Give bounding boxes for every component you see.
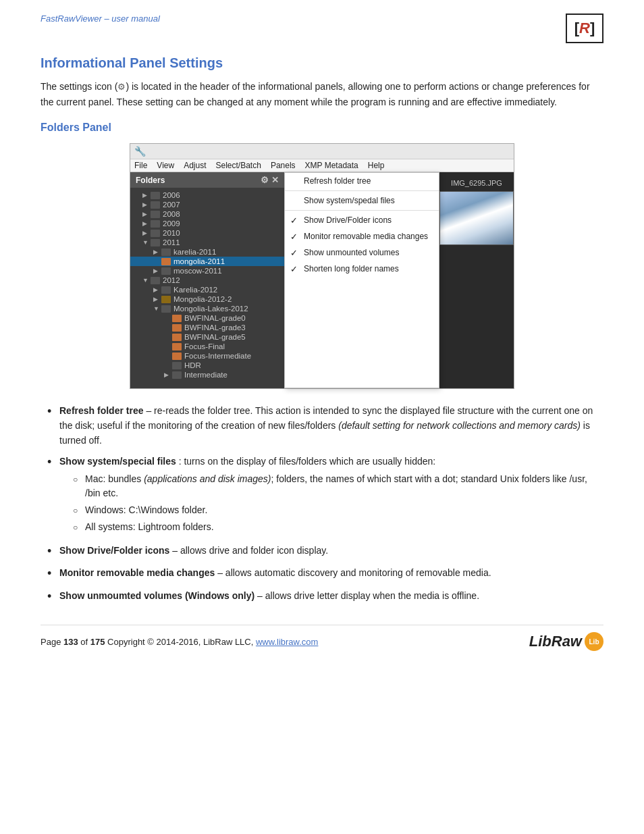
tree-arrow: ▶ [153, 296, 161, 303]
folder-label: moscow-2011 [173, 267, 222, 275]
folder-icon [161, 249, 171, 256]
context-menu[interactable]: Refresh folder tree Show system/spedal f… [284, 172, 439, 388]
tree-item[interactable]: ▼ Mongolia-Lakes-2012 [130, 304, 284, 313]
tree-item[interactable]: BWFINAL-grade3 [130, 323, 284, 332]
tree-item[interactable]: Focus-Intermediate [130, 351, 284, 361]
ctx-unmounted[interactable]: ✓ Show unmounted volumes [285, 244, 439, 261]
bullet-content: Monitor removable media changes – allows… [59, 566, 603, 581]
tree-arrow: ▼ [153, 305, 161, 312]
folder-icon [161, 286, 171, 294]
ctx-label: Show unmounted volumes [304, 248, 399, 257]
bullet-content: Show unmoumted volumes (Windows only) – … [59, 589, 603, 604]
tree-arrow: ▼ [142, 277, 151, 284]
menubar[interactable]: File View Adjust Select/Batch Panels XMP… [130, 159, 514, 172]
bullet-bold: Show Drive/Folder icons [59, 545, 169, 556]
tree-arrow: ▶ [164, 371, 172, 378]
tree-item[interactable]: ▶ 2009 [130, 219, 284, 228]
footer-logo-text: LibRaw [529, 633, 582, 650]
tree-arrow: ▶ [142, 192, 151, 199]
tree-item[interactable]: ▶ 2008 [130, 209, 284, 219]
sub-bullet-text: Windows: C:\Windows folder. [85, 503, 207, 517]
tree-item[interactable]: ▶ Mongolia-2012-2 [130, 294, 284, 304]
folder-icon [161, 267, 171, 275]
ctx-system-files[interactable]: Show system/spedal files [285, 192, 439, 209]
tree-item[interactable]: mongolia-2011 [130, 257, 284, 266]
tree-item[interactable]: BWFINAL-grade5 [130, 332, 284, 342]
tree-item[interactable]: HDR [130, 361, 284, 370]
tree-item[interactable]: ▶ karelia-2011 [130, 247, 284, 257]
image-preview-panel: IMG_6295.JPG [439, 172, 514, 388]
tree-item[interactable]: ▼ 2012 [130, 276, 284, 285]
footer-badge: Lib [585, 632, 603, 651]
menu-file[interactable]: File [134, 161, 147, 170]
ctx-label: Refresh folder tree [304, 176, 371, 186]
footer-logo: LibRaw Lib [529, 632, 603, 651]
ctx-divider [285, 210, 439, 211]
image-preview [439, 191, 514, 245]
tree-item[interactable]: Focus-Final [130, 342, 284, 351]
list-item: • Monitor removable media changes – allo… [47, 566, 603, 581]
tree-item[interactable]: ▶ 2007 [130, 200, 284, 209]
folder-icon [161, 296, 171, 303]
tree-item[interactable]: ▼ 2011 [130, 238, 284, 247]
feature-list: • Refresh folder tree – re-reads the fol… [47, 404, 603, 604]
menu-view[interactable]: View [157, 161, 174, 170]
ctx-shorten[interactable]: ✓ Shorten long folder names [285, 261, 439, 277]
footer-link[interactable]: www.libraw.com [256, 637, 318, 647]
folder-tree[interactable]: ▶ 2006 ▶ 2007 ▶ 2008 ▶ 2009 [130, 188, 284, 388]
gear-icon[interactable]: ⚙ [261, 175, 269, 185]
bullet-dot: • [47, 454, 59, 537]
bullet-text: – allows drive and folder icon display. [172, 545, 328, 556]
sub-bullet-dot: ○ [73, 504, 85, 517]
folder-icon [161, 258, 171, 265]
tree-arrow: ▶ [153, 267, 161, 274]
ctx-divider [285, 190, 439, 191]
folders-controls[interactable]: ⚙ ✕ [261, 175, 279, 185]
folder-label: 2012 [163, 276, 180, 284]
bullet-bold: Show system/special files [59, 456, 176, 467]
ctx-drive-icons[interactable]: ✓ Show Drive/Folder icons [285, 212, 439, 228]
ctx-label: Shorten long folder names [304, 264, 399, 273]
titlebar: 🔧 [130, 144, 514, 159]
ctx-refresh[interactable]: Refresh folder tree [285, 173, 439, 189]
ctx-label: Show Drive/Folder icons [304, 215, 392, 225]
list-item: • Show unmoumted volumes (Windows only) … [47, 589, 603, 604]
tree-arrow: ▶ [142, 230, 151, 236]
menu-help[interactable]: Help [368, 161, 385, 170]
menu-panels[interactable]: Panels [271, 161, 296, 170]
folder-label: Mongolia-Lakes-2012 [173, 305, 248, 313]
tree-item[interactable]: ▶ Intermediate [130, 370, 284, 380]
tree-item[interactable]: ▶ 2006 [130, 190, 284, 200]
tree-item[interactable]: ▶ moscow-2011 [130, 266, 284, 276]
folders-label: Folders [136, 176, 165, 185]
close-icon[interactable]: ✕ [271, 175, 279, 185]
tree-item[interactable]: BWFINAL-grade0 [130, 313, 284, 323]
page-footer: Page 133 of 175 Copyright © 2014-2016, L… [41, 625, 603, 651]
tree-item[interactable]: ▶ 2010 [130, 228, 284, 238]
tree-arrow: ▶ [142, 201, 151, 208]
folder-icon [151, 277, 160, 284]
page-current: 133 [63, 637, 78, 647]
menu-selectbatch[interactable]: Select/Batch [216, 161, 261, 170]
folder-icon [151, 192, 160, 199]
tree-item[interactable]: ▶ Karelia-2012 [130, 285, 284, 294]
check-icon: ✓ [290, 248, 298, 258]
tree-arrow: ▼ [142, 239, 151, 246]
ctx-monitor[interactable]: ✓ Monitor removable media changes [285, 228, 439, 244]
footer-text: Page 133 of 175 Copyright © 2014-2016, L… [41, 637, 318, 647]
tree-arrow: ▶ [142, 220, 151, 227]
manual-title: FastRawViewer – user manual [41, 14, 160, 24]
check-icon: ✓ [290, 232, 298, 242]
menu-adjust[interactable]: Adjust [184, 161, 206, 170]
folder-icon [172, 315, 182, 322]
folder-icon [151, 220, 160, 228]
folder-label: Intermediate [184, 371, 227, 379]
tree-arrow: ▶ [153, 249, 161, 255]
folder-label: BWFINAL-grade3 [184, 323, 246, 332]
folder-label: 2009 [163, 219, 180, 228]
page-total: 175 [90, 637, 105, 647]
menu-xmp[interactable]: XMP Metadata [305, 161, 358, 170]
sub-bullet-dot: ○ [73, 473, 85, 500]
folder-icon [151, 211, 160, 218]
folder-icon [151, 239, 160, 246]
